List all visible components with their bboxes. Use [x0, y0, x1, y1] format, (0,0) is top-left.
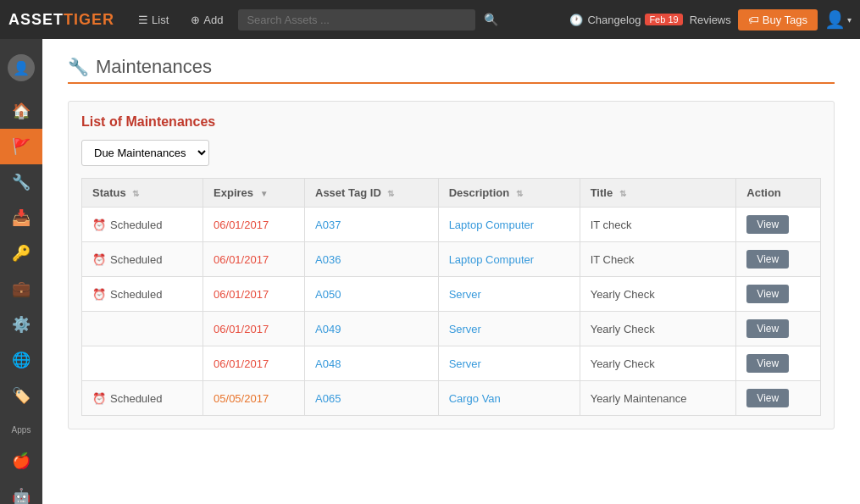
asset-tag-link[interactable]: A050 [315, 288, 341, 301]
table-row: ⏰Scheduled06/01/2017A037Laptop ComputerI… [82, 208, 821, 242]
cell-asset-tag-5[interactable]: A065 [305, 381, 439, 416]
table-row: 06/01/2017A049ServerYearly CheckView [82, 312, 821, 346]
sidebar-item-settings[interactable]: ⚙️ [0, 307, 42, 342]
main-content: 🔧 Maintenances List of Maintenances Due … [42, 39, 860, 504]
chevron-down-icon: ▾ [847, 15, 852, 25]
sort-icon-asset: ⇅ [387, 189, 394, 198]
search-input[interactable] [238, 9, 475, 30]
wrench-icon: 🔧 [68, 57, 89, 77]
title-divider [68, 82, 835, 84]
cell-title-5: Yearly Maintenance [580, 381, 736, 416]
clock-icon: ⏰ [92, 219, 106, 231]
cell-asset-tag-2[interactable]: A050 [305, 277, 439, 312]
cell-expires-5: 05/05/2017 [203, 381, 305, 416]
sidebar-item-flag[interactable]: 🚩 [0, 129, 42, 164]
android-icon: 🤖 [12, 487, 31, 504]
cell-action-2[interactable]: View [736, 277, 821, 312]
cell-status-3 [82, 312, 203, 346]
description-link[interactable]: Laptop Computer [449, 253, 534, 266]
asset-tag-link[interactable]: A049 [315, 323, 341, 335]
cell-description-4[interactable]: Server [438, 346, 580, 381]
sidebar-item-globe[interactable]: 🌐 [0, 342, 42, 378]
cell-description-1[interactable]: Laptop Computer [438, 242, 580, 277]
cell-action-5[interactable]: View [736, 381, 821, 416]
table-row: ⏰Scheduled06/01/2017A036Laptop ComputerI… [82, 242, 821, 277]
cell-status-0: ⏰Scheduled [82, 208, 203, 242]
sidebar-item-avatar[interactable]: 👤 [0, 46, 42, 93]
col-action: Action [736, 179, 821, 208]
sidebar-item-tag[interactable]: 🏷️ [0, 378, 42, 413]
view-button[interactable]: View [746, 354, 789, 373]
status-text: Scheduled [110, 288, 162, 301]
expires-date: 05/05/2017 [214, 392, 269, 405]
buy-tags-button[interactable]: 🏷 Buy Tags [738, 9, 818, 30]
col-asset-tag: Asset Tag ID ⇅ [305, 179, 439, 208]
add-nav-link[interactable]: ⊕ Add [184, 10, 230, 30]
asset-tag-link[interactable]: A037 [315, 219, 341, 231]
tag-icon: 🏷 [748, 14, 759, 26]
table-row: ⏰Scheduled06/01/2017A050ServerYearly Che… [82, 277, 821, 312]
table-row: 06/01/2017A048ServerYearly CheckView [82, 346, 821, 381]
expires-date: 06/01/2017 [214, 219, 269, 231]
view-button[interactable]: View [746, 319, 789, 338]
col-status: Status ⇅ [82, 179, 203, 208]
changelog-button[interactable]: 🕐 Changelog Feb 19 [569, 14, 682, 26]
cell-asset-tag-3[interactable]: A049 [305, 312, 439, 346]
view-button[interactable]: View [746, 389, 789, 407]
asset-tag-link[interactable]: A048 [315, 357, 341, 370]
sidebar-item-inbox[interactable]: 📥 [0, 200, 42, 235]
asset-tag-link[interactable]: A065 [315, 392, 341, 405]
filter-select[interactable]: Due Maintenances All Maintenances Overdu… [81, 140, 209, 166]
expires-date: 06/01/2017 [214, 357, 269, 370]
sidebar-item-home[interactable]: 🏠 [0, 93, 42, 129]
maintenance-table: Status ⇅ Expires ▼ Asset Tag ID ⇅ Descri… [81, 178, 821, 416]
avatar: 👤 [8, 54, 35, 81]
reviews-button[interactable]: Reviews [690, 14, 731, 26]
view-button[interactable]: View [746, 215, 789, 234]
cell-action-4[interactable]: View [736, 346, 821, 381]
user-avatar-icon: 👤 [824, 9, 846, 30]
cell-asset-tag-1[interactable]: A036 [305, 242, 439, 277]
logo: ASSETTIGER [8, 11, 114, 29]
description-link[interactable]: Laptop Computer [449, 219, 534, 231]
sidebar: 👤 🏠 🚩 🔧 📥 🔑 💼 ⚙️ 🌐 🏷️ [0, 39, 42, 504]
search-button[interactable]: 🔍 [484, 13, 498, 26]
sidebar-item-tools[interactable]: 🔧 [0, 164, 42, 200]
view-button[interactable]: View [746, 250, 789, 269]
cell-action-0[interactable]: View [736, 208, 821, 242]
cell-description-5[interactable]: Cargo Van [438, 381, 580, 416]
col-expires: Expires ▼ [203, 179, 305, 208]
status-text: Scheduled [110, 392, 162, 405]
logo-highlight: TIGER [64, 11, 114, 28]
sidebar-bottom: Apps 🍎 🤖 [0, 413, 42, 504]
description-link[interactable]: Server [449, 357, 481, 370]
clock-icon: 🕐 [569, 14, 583, 26]
status-text: Scheduled [110, 219, 162, 231]
status-text: Scheduled [110, 253, 162, 266]
cell-action-1[interactable]: View [736, 242, 821, 277]
view-button[interactable]: View [746, 285, 789, 303]
col-description: Description ⇅ [438, 179, 580, 208]
user-menu-button[interactable]: 👤 ▾ [824, 9, 852, 30]
tag-sidebar-icon: 🏷️ [12, 386, 31, 405]
sidebar-item-apps[interactable]: Apps [0, 413, 42, 443]
asset-tag-link[interactable]: A036 [315, 253, 341, 266]
cell-description-3[interactable]: Server [438, 312, 580, 346]
cell-description-0[interactable]: Laptop Computer [438, 208, 580, 242]
sidebar-item-apple[interactable]: 🍎 [0, 443, 42, 479]
description-link[interactable]: Server [449, 323, 481, 335]
list-nav-link[interactable]: ☰ List [131, 10, 175, 30]
apps-label: Apps [12, 425, 31, 435]
cell-asset-tag-0[interactable]: A037 [305, 208, 439, 242]
cell-title-3: Yearly Check [580, 312, 736, 346]
main-layout: 👤 🏠 🚩 🔧 📥 🔑 💼 ⚙️ 🌐 🏷️ [0, 39, 860, 504]
description-link[interactable]: Cargo Van [449, 392, 501, 405]
cell-action-3[interactable]: View [736, 312, 821, 346]
sidebar-item-key[interactable]: 🔑 [0, 235, 42, 271]
cell-description-2[interactable]: Server [438, 277, 580, 312]
description-link[interactable]: Server [449, 288, 481, 301]
page-title: Maintenances [96, 56, 212, 78]
cell-asset-tag-4[interactable]: A048 [305, 346, 439, 381]
sidebar-item-android[interactable]: 🤖 [0, 479, 42, 504]
sidebar-item-briefcase[interactable]: 💼 [0, 271, 42, 307]
